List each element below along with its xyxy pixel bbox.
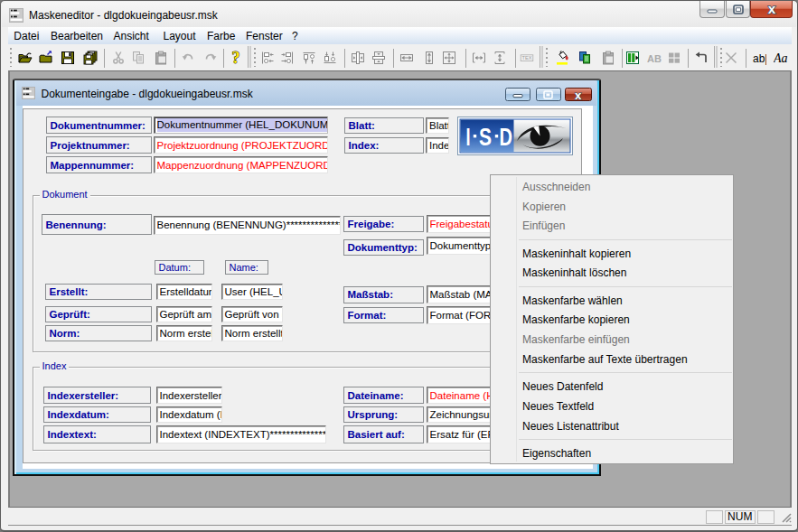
svg-text:x: x xyxy=(767,3,775,15)
svg-text:?: ? xyxy=(232,51,240,65)
svg-text:ab|: ab| xyxy=(753,52,766,65)
svg-text:AB: AB xyxy=(647,53,662,64)
svg-text:D: D xyxy=(499,124,512,151)
svg-text:S: S xyxy=(479,124,492,151)
svg-text:Aa: Aa xyxy=(774,51,788,65)
svg-text:TEX: TEX xyxy=(522,55,532,61)
svg-text:I: I xyxy=(465,124,470,151)
svg-text:x: x xyxy=(575,89,582,100)
